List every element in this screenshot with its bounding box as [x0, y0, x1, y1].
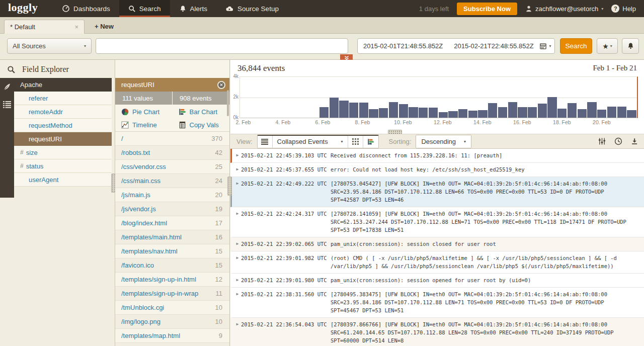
expand-arrow-icon[interactable]: ▶ — [234, 165, 241, 174]
event-row[interactable]: ▶ 2015-02-21 22:39:02.065 UTC pam_unix(c… — [230, 237, 644, 251]
expand-arrow-icon[interactable]: ▶ — [234, 180, 241, 204]
bar-chart-button[interactable]: Bar Chart — [173, 105, 230, 118]
field-value-row[interactable]: /templates/sign-up-in.html 12 — [115, 273, 229, 287]
nav-search[interactable]: Search — [119, 0, 170, 17]
new-tab-button[interactable]: + New — [95, 23, 114, 30]
grid-view-button[interactable] — [348, 136, 363, 148]
field-value-row[interactable]: /templates/sign-up-in-wrap 11 — [115, 287, 229, 301]
chart-bar[interactable] — [448, 111, 457, 118]
chart-bar[interactable] — [498, 107, 507, 118]
chart-bar[interactable] — [518, 107, 527, 118]
copy-values-button[interactable]: Copy Vals — [173, 118, 230, 131]
field-row[interactable]: remoteAddr — [14, 105, 112, 119]
list-icon[interactable] — [3, 101, 11, 108]
field-value-row[interactable]: /blog/css/style.css 9 — [115, 343, 229, 346]
expand-arrow-icon[interactable]: ▶ — [234, 210, 241, 234]
saved-searches-button[interactable]: ★ ▾ — [597, 38, 618, 54]
chart-bar[interactable] — [409, 107, 418, 118]
expand-arrow-icon[interactable]: ▶ — [234, 254, 241, 270]
chart-bar[interactable] — [419, 108, 428, 118]
user-menu[interactable]: zachflower@usetorch ▾ — [525, 5, 603, 13]
chart-bar[interactable] — [587, 102, 596, 118]
expand-arrow-icon[interactable]: ▶ — [234, 320, 241, 344]
search-button[interactable]: Search — [560, 38, 592, 54]
chart-bar[interactable] — [578, 109, 587, 118]
field-value-row[interactable]: /css/vendor.css 25 — [115, 160, 229, 174]
close-icon[interactable]: ✕ — [217, 81, 225, 89]
timeline-button[interactable]: Timeline — [115, 118, 173, 131]
nav-dashboards[interactable]: Dashboards — [53, 0, 119, 17]
chart-bar[interactable] — [617, 107, 626, 118]
nav-alerts[interactable]: Alerts — [170, 0, 217, 17]
chart-bar[interactable] — [557, 109, 567, 118]
chart-bar[interactable] — [429, 108, 438, 118]
source-selector[interactable]: All Sources ▾ — [7, 38, 92, 54]
help-menu[interactable]: ? Help — [611, 5, 636, 13]
tab-default[interactable]: * Default × — [4, 20, 85, 34]
event-row[interactable]: ▶ 2015-02-21 22:42:49.222 UTC [2780753.0… — [230, 177, 644, 207]
field-group-apache[interactable]: Apache — [14, 78, 112, 92]
chart-bar[interactable] — [478, 110, 487, 118]
field-row[interactable]: # status — [14, 159, 112, 173]
field-row[interactable]: requestMethod — [14, 119, 112, 132]
clock-icon[interactable] — [614, 137, 622, 145]
expand-arrow-icon[interactable]: ▶ — [234, 290, 241, 314]
chart-bar[interactable] — [597, 110, 606, 118]
chart-bar[interactable] — [627, 110, 636, 118]
search-query-input[interactable] — [96, 38, 348, 54]
chart-bar[interactable] — [547, 97, 556, 118]
chart-bar[interactable] — [399, 104, 408, 118]
chart-bar[interactable] — [488, 103, 497, 118]
field-value-row[interactable]: /css/main.css 24 — [115, 174, 229, 188]
splitter-grip[interactable] — [227, 177, 232, 196]
chart-bar[interactable] — [330, 98, 339, 118]
list-view-button[interactable] — [258, 136, 273, 148]
event-row[interactable]: ▶ 2015-02-21 22:39:01.982 UTC (root) CMD… — [230, 251, 644, 274]
chart-bar[interactable] — [607, 107, 616, 118]
field-value-row[interactable]: /js/main.js 20 — [115, 188, 229, 202]
pie-chart-button[interactable]: Pie Chart — [115, 105, 173, 118]
field-row[interactable]: userAgent — [14, 173, 112, 187]
chart-view-button[interactable] — [363, 136, 378, 148]
event-row[interactable]: ▶ 2015-02-21 22:38:31.560 UTC [2780495.3… — [230, 288, 644, 318]
chart-bar[interactable] — [339, 101, 348, 118]
chart-bar[interactable] — [349, 103, 358, 118]
nav-source-setup[interactable]: Source Setup — [216, 0, 288, 17]
date-to-field[interactable]: 2015-02-21T22:48:55.852Z — [448, 42, 539, 50]
field-value-row[interactable]: /robots.txt 42 — [115, 146, 229, 160]
sorting-dropdown[interactable]: Descending ▾ — [416, 135, 471, 148]
subscribe-now-button[interactable]: Subscribe Now — [457, 3, 517, 15]
event-row[interactable]: ▶ 2015-02-21 22:36:54.043 UTC [2780397.8… — [230, 318, 644, 346]
field-value-row[interactable]: /favicon.ico 15 — [115, 258, 229, 273]
chart-bar[interactable] — [439, 112, 448, 118]
field-value-row[interactable]: /js/vendor.js 19 — [115, 202, 229, 216]
field-value-row[interactable]: /templates/map.html 9 — [115, 329, 229, 343]
field-row[interactable]: referer — [14, 92, 112, 105]
chart-bar[interactable] — [528, 107, 537, 118]
view-mode-dropdown[interactable]: Collapsed Events ▾ — [273, 136, 348, 148]
close-icon[interactable]: × — [74, 23, 78, 31]
chart-bar[interactable] — [359, 103, 368, 118]
chart-bar[interactable] — [369, 109, 378, 118]
scrollbar-thumb[interactable] — [227, 90, 229, 116]
chart-bar[interactable] — [458, 109, 467, 118]
calendar-dropdown-button[interactable]: ▾ — [539, 42, 556, 50]
field-value-row[interactable]: /img/logo.png 10 — [115, 315, 229, 329]
expand-arrow-icon[interactable]: ▶ — [234, 240, 241, 248]
field-row[interactable]: requestURI — [14, 132, 112, 146]
event-row[interactable]: ▶ 2015-02-21 22:45:37.655 UTC error: Cou… — [230, 163, 644, 177]
chart-bar[interactable] — [568, 103, 577, 118]
download-icon[interactable] — [631, 137, 638, 145]
quill-icon[interactable] — [3, 83, 11, 91]
chart-bar[interactable] — [379, 108, 388, 118]
expand-arrow-icon[interactable]: ▶ — [234, 151, 241, 159]
chart-bar[interactable] — [389, 102, 398, 118]
field-value-row[interactable]: /templates/nav.html 15 — [115, 244, 229, 258]
chart-bar[interactable] — [468, 111, 477, 118]
field-row[interactable]: # size — [14, 146, 112, 159]
field-value-row[interactable]: /blog/index.html 17 — [115, 216, 229, 230]
field-value-row[interactable]: /templates/main.html 16 — [115, 230, 229, 244]
event-row[interactable]: ▶ 2015-02-21 22:42:24.317 UTC [2780728.1… — [230, 207, 644, 237]
chart-bar[interactable] — [508, 102, 517, 118]
date-from-field[interactable]: 2015-02-01T21:48:55.852Z — [358, 42, 448, 50]
